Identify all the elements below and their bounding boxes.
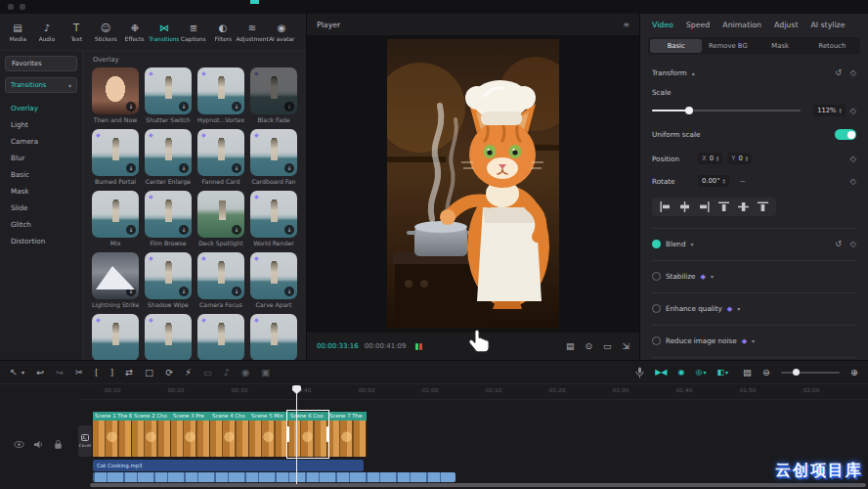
titlebar-icon[interactable] <box>20 4 25 10</box>
audio-clip-waveform[interactable] <box>93 472 456 482</box>
split-icon[interactable]: ✂ <box>75 368 83 378</box>
zoom-slider-knob[interactable] <box>793 369 800 376</box>
overlay-mode-icon[interactable]: ▭ <box>203 368 212 378</box>
transition-item[interactable]: ◆↓Fanned Card <box>197 129 244 186</box>
transition-item[interactable]: ↓Then and Now <box>92 67 139 124</box>
stabilize-checkbox[interactable] <box>652 272 661 281</box>
transition-item[interactable]: ◆↓Hypnot...Vortex <box>197 67 244 124</box>
rotate-dial-icon[interactable]: − <box>740 177 746 186</box>
sidebar-item-mask[interactable]: Mask <box>0 183 82 200</box>
transition-item[interactable]: ↓Deck Spotlight <box>197 191 244 247</box>
transition-item[interactable]: ◆↓Film Browse <box>145 191 192 247</box>
stepper-icon[interactable]: ▴▾ <box>716 156 718 162</box>
transition-item[interactable]: ◆↓Shadow Wipe <box>145 252 192 309</box>
transition-item[interactable]: ◆ <box>92 314 139 360</box>
titlebar-icon[interactable] <box>8 4 14 10</box>
fit-zoom-icon[interactable]: ⊙ <box>585 341 592 351</box>
collapse-icon[interactable]: ▴ <box>692 69 695 76</box>
voice-enhance-icon[interactable]: ◉ <box>241 368 249 378</box>
audio-clip-music[interactable]: Cat Cooking.mp3 <box>93 460 364 471</box>
toolbar-ai-avatar[interactable]: ◉AI avatar <box>267 22 296 42</box>
sidebar-item-blur[interactable]: Blur <box>0 150 82 166</box>
zoom-out-icon[interactable]: ⊖ <box>762 368 770 378</box>
transition-item[interactable]: ◆↓Cardboard Fan <box>250 129 297 186</box>
align-right-button[interactable] <box>699 201 710 212</box>
blend-checkbox[interactable] <box>652 240 661 248</box>
zoom-in-icon[interactable]: ⊕ <box>850 368 858 378</box>
transition-item[interactable]: ◆ <box>145 314 192 360</box>
transition-item[interactable]: ◆↓Shutter Switch <box>145 67 192 124</box>
subtab-mask[interactable]: Mask <box>755 39 806 53</box>
preview-axis-toggle[interactable]: ◎▾ <box>696 368 707 377</box>
transition-item[interactable]: ↓Lightning Strike <box>92 252 139 309</box>
mirror-icon[interactable]: ⇄ <box>125 368 133 378</box>
magnet-toggle[interactable]: ▶◀ <box>655 368 667 377</box>
subtab-basic[interactable]: Basic <box>650 39 702 53</box>
select-dropdown-icon[interactable]: ▾ <box>22 368 24 378</box>
chevron-down-icon[interactable]: ▾ <box>690 241 693 247</box>
transition-item[interactable]: ◆ <box>250 314 297 360</box>
player-viewport[interactable] <box>307 35 639 333</box>
align-left-button[interactable] <box>660 201 671 212</box>
microphone-icon[interactable] <box>635 367 644 378</box>
reduce-noise-checkbox[interactable] <box>652 336 661 345</box>
timeline-clip[interactable]: Scene 3 Pre <box>171 412 210 457</box>
keyframe-icon[interactable]: ◇ <box>850 107 856 115</box>
timeline-clip[interactable]: Scene 1 The E <box>93 412 132 457</box>
transition-item[interactable]: ◆↓Center Enlarge <box>145 129 192 186</box>
stepper-icon[interactable]: ▴▾ <box>746 156 748 162</box>
trim-left-icon[interactable]: [ <box>95 368 99 378</box>
select-tool-icon[interactable]: ↖ <box>10 368 18 378</box>
player-menu-icon[interactable]: ≡ <box>623 21 629 29</box>
reverse-icon[interactable]: ⟳ <box>165 368 173 378</box>
subtab-remove-bg[interactable]: Remove BG <box>702 39 754 53</box>
timeline-clip[interactable]: Scene 4 Cho <box>210 412 249 457</box>
stepper-icon[interactable]: ▴▾ <box>840 108 842 114</box>
chevron-down-icon[interactable]: ▾ <box>711 273 714 280</box>
trim-right-icon[interactable]: ] <box>110 368 114 378</box>
align-center-horizontal-button[interactable] <box>679 201 690 212</box>
toolbar-transitions[interactable]: ⋈Transitions <box>150 22 179 42</box>
extract-audio-icon[interactable]: ♪ <box>224 368 230 378</box>
scale-value-input[interactable]: 112%▴▾ <box>813 105 846 116</box>
fullscreen-icon[interactable]: ⇲ <box>622 341 629 351</box>
undo-icon[interactable]: ↩ <box>36 368 44 378</box>
track-view-icon[interactable]: ▤ <box>743 368 752 378</box>
category-dropdown[interactable]: Transitions ▾ <box>5 77 77 93</box>
sidebar-item-glitch[interactable]: Glitch <box>0 216 82 233</box>
keyframe-icon[interactable]: ◇ <box>850 68 856 77</box>
transition-item[interactable]: ↓Mix <box>92 191 139 247</box>
timeline-ruler[interactable]: 00:10 00:20 00:30 00:40 00:50 01:00 01:1… <box>78 384 868 400</box>
keyframe-icon[interactable]: ◇ <box>850 177 856 186</box>
chevron-down-icon[interactable]: ▾ <box>737 305 740 312</box>
sidebar-item-camera[interactable]: Camera <box>0 133 82 150</box>
tab-adjust[interactable]: Adjust <box>774 21 798 29</box>
chevron-down-icon[interactable]: ▾ <box>752 337 755 344</box>
sidebar-item-distortion[interactable]: Distortion <box>0 233 82 249</box>
playhead-line[interactable] <box>296 386 297 484</box>
cover-button[interactable]: Cover <box>78 425 92 457</box>
sidebar-item-slide[interactable]: Slide <box>0 200 82 216</box>
timeline-clip-selected[interactable]: Scene 6 Coo <box>288 412 327 457</box>
transition-item[interactable]: ◆↓Burned Portal <box>92 129 139 186</box>
hide-track-icon[interactable] <box>14 439 24 450</box>
smart-cut-icon[interactable]: ⚡ <box>185 368 192 378</box>
tab-ai-stylize[interactable]: AI stylize <box>810 21 845 29</box>
reset-icon[interactable]: ↺ <box>835 68 842 77</box>
transition-item[interactable]: ◆↓Camera Focus <box>197 252 244 309</box>
redo-icon[interactable]: ↪ <box>56 368 64 378</box>
tab-animation[interactable]: Animation <box>722 21 761 29</box>
transition-item[interactable]: ◆↓Carve Apart <box>250 252 297 309</box>
keyframe-icon[interactable]: ◇ <box>850 240 856 248</box>
timeline-zoom-slider[interactable] <box>781 372 840 374</box>
stepper-icon[interactable]: ▴▾ <box>723 178 725 185</box>
transition-item[interactable]: ◆↓Black Fade <box>250 67 297 124</box>
crop-icon[interactable]: □ <box>145 368 153 378</box>
toolbar-audio[interactable]: ♪Audio <box>32 22 62 42</box>
sidebar-item-basic[interactable]: Basic <box>0 166 82 183</box>
favorites-button[interactable]: Favorites <box>5 56 77 71</box>
keyframe-icon[interactable]: ◇ <box>850 155 856 163</box>
transition-item[interactable]: ◆ <box>197 314 244 360</box>
scale-slider[interactable] <box>652 110 801 111</box>
reset-icon[interactable]: ↺ <box>835 240 842 248</box>
